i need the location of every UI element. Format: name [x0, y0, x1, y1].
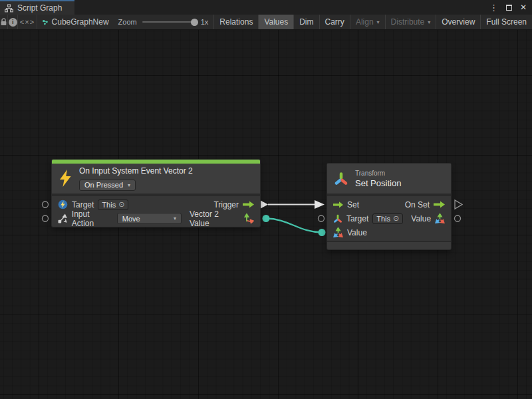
- graph-hierarchy-icon: [5, 4, 13, 13]
- node-category: Transform: [355, 170, 401, 177]
- info-icon: i: [9, 18, 17, 27]
- title-bar: Script Graph ⋮ ✕: [0, 0, 532, 15]
- vector3-icon: [333, 227, 343, 237]
- wire-vector2-to-value[interactable]: [266, 219, 322, 233]
- object-picker-icon: ⊙: [393, 215, 399, 222]
- tab-script-graph[interactable]: Script Graph: [0, 0, 74, 15]
- button-distribute[interactable]: Distribute ▾: [385, 15, 436, 29]
- set-position-header[interactable]: Transform Set Position: [327, 164, 451, 194]
- button-align[interactable]: Align ▾: [350, 15, 385, 29]
- graph-asset-icon: [43, 18, 48, 27]
- lightning-bolt-icon: [59, 170, 72, 188]
- target-this-chip[interactable]: This ⊙: [372, 213, 403, 224]
- close-icon[interactable]: ✕: [520, 3, 527, 11]
- button-dim[interactable]: Dim: [293, 15, 319, 29]
- trigger-label: Trigger: [213, 200, 239, 209]
- graph-breadcrumb[interactable]: CubeGraphNew: [37, 15, 109, 29]
- button-label: Dim: [299, 17, 313, 27]
- button-label: Overview: [442, 17, 475, 27]
- button-label: Align: [356, 17, 374, 27]
- button-overview[interactable]: Overview: [436, 15, 480, 29]
- button-carry[interactable]: Carry: [319, 15, 350, 29]
- event-node-header[interactable]: On Input System Event Vector 2 On Presse…: [52, 164, 260, 194]
- transform-mini-icon: [333, 214, 342, 223]
- target-label: Target: [346, 214, 368, 223]
- chevron-down-icon: ▾: [377, 19, 380, 25]
- graph-toolbar: i <×> CubeGraphNew Zoom 1x Relations Val…: [0, 15, 532, 30]
- node-footer: [327, 241, 451, 249]
- graph-canvas[interactable]: On Input System Event Vector 2 On Presse…: [0, 30, 532, 399]
- object-picker-icon: ⊙: [118, 201, 124, 208]
- flow-arrow-icon: [434, 201, 445, 208]
- chevron-down-icon: ▾: [174, 215, 176, 221]
- maximize-icon[interactable]: [506, 5, 512, 11]
- code-icon: <×>: [20, 18, 35, 26]
- on-set-label: On Set: [405, 200, 430, 209]
- set-label: Set: [347, 200, 359, 209]
- row-set: Set On Set: [327, 198, 451, 211]
- window-menu-icon[interactable]: ⋮: [489, 3, 498, 12]
- node-set-position[interactable]: Transform Set Position Set On Set: [327, 164, 451, 249]
- button-label: Values: [264, 17, 288, 27]
- zoom-control: Zoom 1x: [109, 15, 214, 29]
- event-node-title: On Input System Event Vector 2: [79, 166, 193, 176]
- zoom-slider[interactable]: [142, 21, 196, 23]
- port-target-in[interactable]: [43, 201, 49, 207]
- vector2-icon: [244, 213, 254, 223]
- button-values[interactable]: Values: [258, 15, 293, 29]
- target-this-chip[interactable]: This ⊙: [98, 200, 128, 210]
- value-out-label: Value: [411, 214, 431, 223]
- port-value-out[interactable]: [455, 215, 461, 221]
- lock-button[interactable]: [0, 15, 8, 29]
- row-target: Target This ⊙ Value: [327, 211, 451, 225]
- event-type-dropdown[interactable]: On Pressed ▾: [79, 180, 136, 191]
- zoom-slider-handle[interactable]: [191, 19, 198, 26]
- input-action-value: Move: [122, 215, 140, 223]
- chevron-down-icon: ▾: [128, 182, 130, 188]
- button-label: Carry: [325, 17, 344, 27]
- target-label: Target: [72, 200, 94, 209]
- wire-arrowhead: [315, 200, 325, 209]
- input-action-icon: [58, 213, 68, 223]
- port-input-action-in[interactable]: [43, 215, 49, 221]
- input-action-label: Input Action: [72, 209, 113, 228]
- chevron-down-icon: ▾: [428, 19, 430, 25]
- value-in-label: Value: [347, 228, 367, 237]
- zoom-label: Zoom: [118, 18, 137, 26]
- code-preview-button[interactable]: <×>: [18, 15, 37, 29]
- target-value: This: [102, 201, 116, 209]
- graph-name: CubeGraphNew: [52, 17, 109, 27]
- vector3-icon: [435, 213, 445, 223]
- button-label: Distribute: [391, 17, 425, 27]
- input-action-dropdown[interactable]: Move ▾: [117, 213, 182, 224]
- transform-icon: [334, 172, 348, 186]
- button-label: Full Screen: [486, 17, 527, 27]
- button-relations[interactable]: Relations: [213, 15, 258, 29]
- port-trigger-out[interactable]: [260, 200, 268, 209]
- button-full-screen[interactable]: Full Screen: [480, 15, 532, 29]
- port-value-in-connected[interactable]: [319, 229, 326, 236]
- event-type-value: On Pressed: [84, 181, 123, 189]
- set-position-title: Set Position: [355, 178, 401, 188]
- tab-title: Script Graph: [17, 3, 62, 13]
- row-value: Value: [327, 225, 451, 239]
- flow-arrow-icon: [333, 201, 343, 208]
- port-on-set-out[interactable]: [455, 200, 462, 209]
- flow-arrow-icon: [243, 201, 254, 208]
- target-value: This: [376, 215, 390, 223]
- node-on-input-system-event[interactable]: On Input System Event Vector 2 On Presse…: [52, 160, 260, 227]
- lock-icon: [0, 18, 7, 26]
- info-button[interactable]: i: [8, 15, 18, 29]
- zoom-level: 1x: [201, 18, 209, 26]
- button-label: Relations: [219, 17, 253, 27]
- player-input-icon: [58, 200, 68, 209]
- window-controls: ⋮ ✕: [489, 0, 527, 15]
- vector2-value-label: Vector 2 Value: [190, 209, 240, 228]
- row-input-action: Input Action Move ▾ Vector 2 Value: [52, 211, 260, 225]
- port-target2-in[interactable]: [319, 215, 325, 221]
